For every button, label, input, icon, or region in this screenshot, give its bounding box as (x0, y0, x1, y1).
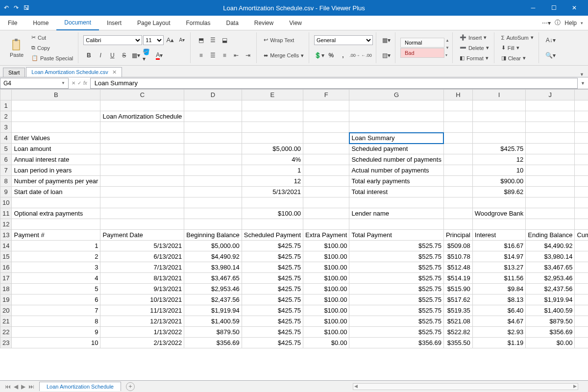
cell[interactable]: $2,953.46 (184, 284, 242, 294)
cell[interactable]: 5/13/2021 (100, 241, 184, 251)
row-header[interactable]: 17 (0, 273, 12, 284)
cell[interactable]: $525.75 (349, 327, 444, 338)
wrap-text-button[interactable]: ↩Wrap Text (262, 36, 306, 44)
cell[interactable]: Loan Amortization Schedule (100, 111, 184, 122)
cell[interactable]: $100.00 (303, 316, 349, 327)
minimize-button[interactable]: ─ (523, 0, 543, 16)
font-color-button[interactable]: A▾ (154, 50, 165, 60)
cell[interactable] (526, 122, 575, 133)
cell[interactable]: 12 (472, 154, 526, 165)
cell[interactable] (242, 197, 303, 208)
expand-formula-icon[interactable]: ▼ (578, 81, 588, 86)
grid[interactable]: BCDEFGHIJK12Loan Amortization Schedule34… (0, 89, 588, 348)
increase-font-icon[interactable]: A▴ (165, 35, 175, 45)
cell[interactable]: $514.19 (443, 273, 472, 284)
cell[interactable] (526, 219, 575, 230)
row-header[interactable]: 9 (0, 187, 12, 197)
column-header[interactable]: J (526, 90, 575, 100)
align-center-icon[interactable]: ☰ (207, 50, 218, 60)
cell-address-box[interactable]: G4▼ (0, 78, 69, 89)
cell[interactable]: $100.00 (303, 305, 349, 316)
cell[interactable]: $44.90 (575, 262, 588, 273)
cell[interactable]: 4% (242, 154, 303, 165)
cell[interactable]: $85.50 (575, 316, 588, 327)
percent-icon[interactable]: % (326, 50, 337, 60)
currency-icon[interactable]: 💲▾ (314, 50, 325, 60)
sheet-nav-next-icon[interactable]: ▶ (21, 383, 25, 390)
cell[interactable] (100, 165, 184, 176)
cell[interactable]: $13.27 (472, 262, 526, 273)
cell[interactable] (303, 111, 349, 122)
row-header[interactable]: 8 (0, 176, 12, 187)
cell[interactable]: Optional extra payments (12, 208, 100, 219)
cell[interactable]: $425.75 (242, 251, 303, 262)
cell[interactable]: Scheduled Payment (242, 230, 303, 241)
cell[interactable] (303, 197, 349, 208)
cell[interactable]: 5 (12, 284, 100, 294)
cell[interactable] (184, 100, 242, 111)
cell[interactable]: $89.62 (472, 187, 526, 197)
cell[interactable]: Principal (443, 230, 472, 241)
cell[interactable]: 2/13/2022 (100, 338, 184, 348)
row-header[interactable]: 18 (0, 284, 12, 294)
cell[interactable] (575, 197, 588, 208)
cell[interactable]: $425.75 (242, 241, 303, 251)
cell[interactable] (303, 144, 349, 154)
cell[interactable]: 6/13/2021 (100, 251, 184, 262)
cell[interactable]: $100.00 (303, 251, 349, 262)
align-right-icon[interactable]: ≡ (219, 50, 230, 60)
menu-help[interactable]: Help (564, 20, 577, 26)
row-header[interactable]: 10 (0, 197, 12, 208)
cell[interactable]: $525.75 (349, 316, 444, 327)
sheet-nav-first-icon[interactable]: ⏮ (5, 383, 11, 390)
cell-style-normal[interactable]: Normal (400, 38, 444, 48)
cell[interactable]: $356.69 (184, 338, 242, 348)
align-middle-icon[interactable]: ☰ (207, 35, 218, 45)
cell[interactable] (100, 197, 184, 208)
cell[interactable]: $525.75 (349, 262, 444, 273)
cell[interactable] (184, 187, 242, 197)
cell[interactable]: 10/13/2021 (100, 294, 184, 305)
menu-page-layout[interactable]: Page Layout (129, 16, 178, 30)
cell[interactable]: $425.75 (242, 305, 303, 316)
cell[interactable] (303, 219, 349, 230)
sheet-nav-prev-icon[interactable]: ◀ (14, 383, 18, 390)
cell[interactable]: $0.00 (303, 338, 349, 348)
row-header[interactable]: 5 (0, 144, 12, 154)
cell[interactable]: $11.56 (472, 273, 526, 284)
find-icon[interactable]: 🔍▾ (544, 50, 558, 60)
cell[interactable]: $509.08 (443, 241, 472, 251)
cell[interactable] (303, 154, 349, 165)
cell[interactable]: 6 (12, 294, 100, 305)
cell[interactable]: $1,919.94 (526, 294, 575, 305)
cell[interactable] (100, 219, 184, 230)
cell[interactable]: $525.75 (349, 241, 444, 251)
cell-style-bad[interactable]: Bad (400, 48, 444, 58)
cell[interactable]: $100.00 (303, 262, 349, 273)
decrease-indent-icon[interactable]: ⇤ (231, 50, 242, 60)
cell[interactable]: Ending Balance (526, 230, 575, 241)
cell[interactable] (303, 133, 349, 144)
cell[interactable] (184, 144, 242, 154)
menu-insert[interactable]: Insert (99, 16, 129, 30)
cell[interactable]: $355.50 (443, 338, 472, 348)
row-header[interactable]: 7 (0, 165, 12, 176)
close-tab-icon[interactable]: ✕ (112, 69, 117, 75)
cell[interactable]: Loan Summary (349, 133, 444, 144)
cell[interactable]: Interest (472, 230, 526, 241)
cell[interactable] (184, 197, 242, 208)
cell[interactable]: $9.84 (472, 284, 526, 294)
cell[interactable]: $425.75 (242, 327, 303, 338)
cell[interactable]: $8.13 (472, 294, 526, 305)
cell[interactable]: $1,400.59 (184, 316, 242, 327)
cell[interactable]: $14.97 (472, 251, 526, 262)
cell[interactable]: $525.75 (349, 305, 444, 316)
cell[interactable]: Extra Payment (303, 230, 349, 241)
decrease-decimal-icon[interactable]: ←.00 (361, 50, 372, 60)
cell[interactable] (100, 133, 184, 144)
cell[interactable]: Total Payment (349, 230, 444, 241)
cell[interactable]: $100.00 (242, 208, 303, 219)
cell[interactable]: $3,980.14 (526, 251, 575, 262)
cell[interactable]: 2 (12, 251, 100, 262)
cell[interactable] (443, 122, 472, 133)
